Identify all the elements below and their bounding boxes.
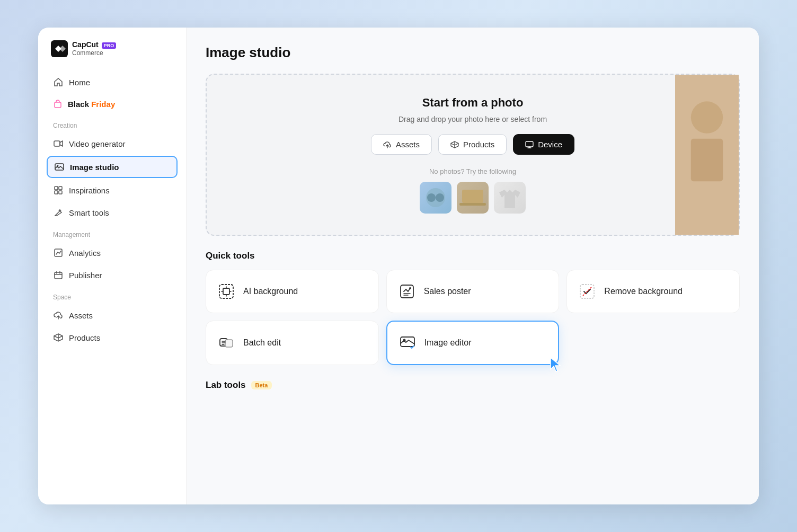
batch-edit-label: Batch edit: [243, 338, 281, 348]
capcut-logo-icon: [51, 40, 68, 57]
sidebar: CapCut PRO Commerce Home: [38, 28, 187, 504]
app-container: CapCut PRO Commerce Home: [38, 28, 759, 504]
sidebar-item-publisher-label: Publisher: [69, 271, 102, 280]
logo-text: CapCut PRO Commerce: [72, 41, 116, 56]
sidebar-item-black-friday[interactable]: Black Friday: [47, 94, 178, 113]
tool-image-editor[interactable]: Image editor: [386, 321, 560, 365]
pro-badge: PRO: [102, 42, 117, 49]
sidebar-item-image-studio[interactable]: Image studio: [47, 156, 178, 178]
cloud-small-icon: [383, 140, 392, 149]
sidebar-item-publisher[interactable]: Publisher: [47, 265, 178, 285]
svg-rect-6: [59, 187, 62, 190]
box-icon: [53, 332, 64, 343]
sidebar-item-home[interactable]: Home: [47, 72, 178, 92]
tool-batch-edit[interactable]: Batch edit: [206, 321, 379, 365]
image-edit-icon: [398, 333, 417, 352]
sample-image-3[interactable]: [494, 182, 526, 214]
tool-remove-background[interactable]: Remove background: [566, 270, 740, 313]
svg-rect-19: [691, 139, 723, 182]
sidebar-item-inspirations-label: Inspirations: [69, 186, 110, 195]
sidebar-item-black-friday-label: Black Friday: [68, 100, 115, 109]
svg-rect-26: [225, 340, 233, 347]
bag-icon: [53, 99, 63, 109]
device-button[interactable]: Device: [513, 134, 574, 155]
section-label-creation: Creation: [47, 116, 178, 131]
sidebar-item-assets-label: Assets: [69, 311, 93, 320]
svg-rect-11: [526, 141, 533, 147]
upload-thumbnail: [675, 75, 739, 235]
assets-button[interactable]: Assets: [371, 134, 432, 155]
svg-point-13: [427, 193, 436, 202]
remove-bg-icon: [578, 282, 597, 301]
home-icon: [53, 77, 64, 87]
remove-background-label: Remove background: [604, 287, 683, 296]
sidebar-item-products[interactable]: Products: [47, 327, 178, 348]
page-title: Image studio: [206, 45, 740, 61]
sidebar-item-products-label: Products: [69, 333, 100, 342]
svg-rect-21: [223, 288, 229, 295]
products-btn-label: Products: [463, 140, 494, 149]
sidebar-item-smart-tools-label: Smart tools: [69, 208, 109, 217]
upload-title: Start from a photo: [346, 96, 600, 110]
device-btn-label: Device: [538, 140, 562, 149]
upload-buttons: Assets Products Devi: [346, 134, 600, 155]
calendar-icon: [53, 270, 64, 280]
batch-icon: [217, 333, 236, 352]
sidebar-item-smart-tools[interactable]: Smart tools: [47, 202, 178, 223]
cursor-overlay: [548, 357, 563, 374]
products-button[interactable]: Products: [438, 134, 507, 155]
sidebar-item-home-label: Home: [69, 78, 90, 87]
wand-icon: [53, 207, 64, 218]
analytics-icon: [53, 247, 64, 258]
image-editor-label: Image editor: [424, 338, 472, 348]
sidebar-item-analytics-label: Analytics: [69, 249, 101, 258]
tool-ai-background[interactable]: AI background: [206, 270, 379, 313]
tool-sales-poster[interactable]: Sales poster: [386, 270, 560, 313]
svg-rect-5: [55, 187, 58, 190]
lab-tools-title: Lab tools: [206, 380, 246, 391]
monitor-icon: [525, 140, 534, 149]
image-studio-icon: [54, 162, 65, 172]
sidebar-item-video-generator[interactable]: Video generator: [47, 134, 178, 154]
svg-point-18: [691, 101, 723, 133]
sample-image-1[interactable]: [420, 182, 451, 214]
sidebar-item-inspirations[interactable]: Inspirations: [47, 180, 178, 200]
svg-rect-15: [462, 190, 483, 203]
svg-point-14: [436, 193, 444, 202]
ai-bg-icon: [217, 282, 236, 301]
sales-poster-label: Sales poster: [424, 287, 471, 296]
sales-icon: [397, 282, 417, 301]
section-label-management: Management: [47, 225, 178, 241]
svg-rect-8: [59, 191, 62, 194]
svg-rect-2: [54, 141, 60, 146]
sample-image-2[interactable]: [457, 182, 489, 214]
beta-badge: Beta: [251, 381, 272, 389]
assets-btn-label: Assets: [396, 140, 420, 149]
main-content: Image studio Start from a photo Drag and…: [187, 28, 759, 504]
upload-area[interactable]: Start from a photo Drag and drop your ph…: [206, 74, 740, 236]
lab-tools-header: Lab tools Beta: [206, 380, 740, 391]
sidebar-item-image-studio-label: Image studio: [70, 163, 119, 172]
cloud-icon: [53, 310, 64, 321]
no-photos-label: No photos? Try the following: [346, 167, 600, 175]
tools-grid: AI background Sales poster: [206, 270, 740, 365]
section-label-space: Space: [47, 287, 178, 303]
box-small-icon: [450, 140, 459, 149]
sample-images: [346, 182, 600, 214]
upload-subtitle: Drag and drop your photo here or select …: [346, 115, 600, 123]
logo-area: CapCut PRO Commerce: [47, 40, 178, 57]
svg-point-23: [409, 287, 411, 289]
sidebar-item-video-label: Video generator: [69, 139, 125, 148]
grid-icon: [53, 185, 64, 196]
svg-rect-10: [55, 272, 62, 279]
svg-rect-1: [55, 102, 61, 108]
ai-background-label: AI background: [243, 287, 298, 296]
video-icon: [53, 138, 64, 149]
quick-tools-section-title: Quick tools: [206, 251, 740, 261]
sidebar-item-assets[interactable]: Assets: [47, 305, 178, 325]
sidebar-item-analytics[interactable]: Analytics: [47, 243, 178, 263]
svg-rect-7: [55, 191, 58, 194]
svg-rect-16: [459, 203, 486, 206]
svg-rect-22: [401, 285, 413, 298]
